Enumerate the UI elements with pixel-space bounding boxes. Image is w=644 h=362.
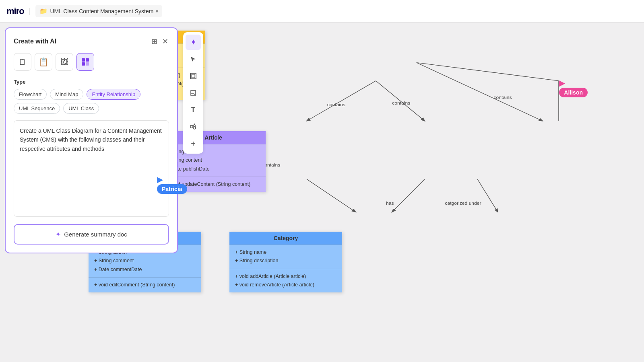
note-toolbar-button[interactable] — [186, 85, 201, 101]
svg-line-7 — [417, 63, 559, 81]
doc-tool-button[interactable]: 📋 — [35, 53, 52, 71]
svg-rect-17 — [86, 62, 89, 66]
svg-rect-16 — [82, 62, 85, 66]
project-folder-icon: 📁 — [39, 7, 47, 15]
add-toolbar-button[interactable]: + — [186, 136, 201, 151]
type-label: Type — [14, 79, 169, 85]
ai-toolbar-button[interactable]: ✦ — [186, 35, 201, 50]
svg-text:contains: contains — [392, 101, 410, 105]
create-with-ai-panel: Create with AI ⊞ ✕ 🗒 📋 🖼 Type Flowchart … — [5, 27, 178, 253]
svg-line-5 — [477, 179, 497, 212]
panel-action-buttons: ⊞ ✕ — [151, 36, 169, 47]
svg-rect-18 — [190, 73, 196, 79]
svg-text:contains: contains — [327, 103, 345, 107]
usercomment-methods: + void editComment (String content) — [89, 277, 201, 292]
right-toolbar: ✦ T + — [183, 32, 203, 154]
diagram-tool-button[interactable] — [76, 53, 94, 71]
project-breadcrumb[interactable]: 📁 UML Class Content Management System ▾ — [35, 5, 162, 17]
type-chips: Flowchart Mind Map Entity Relationship U… — [14, 89, 169, 114]
chip-uml-class[interactable]: UML Class — [63, 103, 99, 114]
frame-toolbar-button[interactable] — [186, 68, 201, 84]
svg-rect-15 — [86, 58, 89, 62]
avatar-patricia: ▶ Patricia — [157, 175, 187, 194]
allison-label: Allison — [559, 88, 588, 97]
svg-text:has: has — [386, 201, 394, 205]
svg-line-4 — [392, 179, 425, 212]
svg-point-24 — [193, 127, 196, 129]
avatar-allison: ▶ Allison — [559, 79, 588, 97]
category-attributes: + String name+ String description — [229, 245, 342, 269]
miro-logo: miro — [6, 6, 24, 16]
topbar: miro | 📁 UML Class Content Management Sy… — [0, 0, 644, 23]
image-tool-button[interactable]: 🖼 — [56, 53, 73, 71]
svg-rect-23 — [190, 125, 193, 128]
chip-flowchart[interactable]: Flowchart — [14, 89, 47, 100]
generate-label: Generate summary doc — [64, 231, 127, 238]
category-methods: + void addArticle (Article article)+ voi… — [229, 269, 342, 293]
sticky-note-tool-button[interactable]: 🗒 — [14, 53, 31, 71]
generate-summary-button[interactable]: ✦ Generate summary doc — [14, 224, 169, 245]
svg-marker-25 — [193, 124, 196, 126]
svg-text:contains: contains — [494, 95, 512, 100]
chip-entity-relationship[interactable]: Entity Relationship — [87, 89, 140, 100]
project-name-label: UML Class Content Management System — [50, 8, 153, 14]
generate-icon: ✦ — [56, 230, 61, 238]
text-toolbar-button[interactable]: T — [186, 102, 201, 117]
allison-cursor-icon: ▶ — [559, 79, 565, 87]
svg-line-0 — [307, 81, 376, 121]
svg-rect-19 — [192, 74, 195, 78]
svg-line-3 — [307, 179, 355, 212]
new-window-button[interactable]: ⊞ — [151, 36, 158, 47]
prompt-textarea[interactable]: Create a UML Class Diagram for a Content… — [14, 120, 169, 217]
svg-text:catgorized under: catgorized under — [445, 201, 481, 205]
tool-icons-row: 🗒 📋 🖼 — [14, 53, 169, 71]
chip-mindmap[interactable]: Mind Map — [50, 89, 83, 100]
breadcrumb-separator: | — [29, 7, 31, 15]
cursor-toolbar-button[interactable] — [186, 51, 201, 67]
panel-title: Create with AI — [14, 38, 56, 45]
close-panel-button[interactable]: ✕ — [161, 36, 169, 47]
panel-header: Create with AI ⊞ ✕ — [14, 36, 169, 47]
shapes-toolbar-button[interactable] — [186, 119, 201, 134]
svg-line-2 — [417, 63, 543, 121]
svg-rect-14 — [82, 58, 85, 62]
category-box: Category + String name+ String descripti… — [229, 232, 342, 292]
chevron-down-icon: ▾ — [156, 8, 158, 14]
chip-uml-sequence[interactable]: UML Sequence — [14, 103, 60, 114]
patricia-label: Patricia — [157, 184, 187, 194]
patricia-cursor-icon: ▶ — [157, 175, 163, 183]
category-title: Category — [229, 232, 342, 245]
svg-line-1 — [376, 81, 425, 121]
